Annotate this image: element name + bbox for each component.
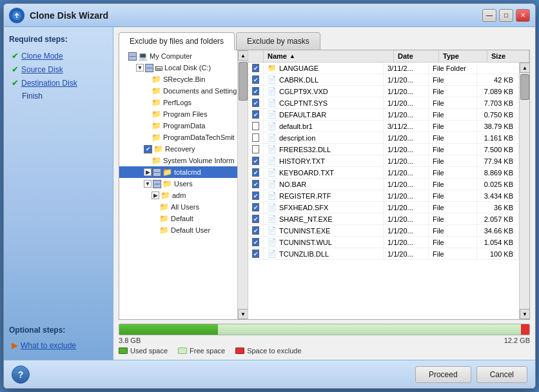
row-checkbox[interactable]: ✔ bbox=[252, 168, 259, 177]
row-check-col[interactable]: ✔ bbox=[248, 109, 264, 120]
row-check-col[interactable]: ✔ bbox=[248, 63, 264, 74]
row-checkbox[interactable]: ✔ bbox=[252, 215, 259, 223]
table-row[interactable]: ✔ 📄 SHARE_NT.EXE 1/1/20... File 2.057 KB bbox=[248, 213, 519, 225]
scroll-up-button[interactable]: ▲ bbox=[238, 50, 248, 61]
row-check-col[interactable]: ✔ bbox=[248, 190, 264, 201]
table-row[interactable]: ✔ 📄 NO.BAR 1/1/20... File 0.025 KB bbox=[248, 179, 519, 190]
date-column-header[interactable]: Date bbox=[394, 50, 439, 62]
table-row[interactable]: ✔ 📁 LANGUAGE 3/11/2... File Folder bbox=[248, 63, 519, 74]
row-checkbox[interactable]: ✔ bbox=[252, 157, 259, 165]
expand-button[interactable]: ▶ bbox=[152, 191, 159, 199]
tree-item-default[interactable]: 📁 Default bbox=[119, 213, 237, 224]
row-check-col[interactable]: ✔ bbox=[248, 74, 264, 85]
name-column-header[interactable]: Name ▲ bbox=[264, 50, 394, 62]
tree-item-local-disk-c[interactable]: ▼ — 🖴 Local Disk (C:) bbox=[119, 62, 237, 74]
tree-item-programdata-tech[interactable]: 📁 ProgramDataTechSmit bbox=[119, 132, 237, 143]
proceed-button[interactable]: Proceed bbox=[415, 366, 471, 383]
row-check-col[interactable]: ✔ bbox=[248, 167, 264, 178]
table-row[interactable]: ✔ 📄 TCUNINST.WUL 1/1/20... File 1.054 KB bbox=[248, 237, 519, 248]
row-check-col[interactable]: ✔ bbox=[248, 86, 264, 97]
row-checkbox[interactable]: ✔ bbox=[252, 64, 259, 72]
tree-item-srecycle[interactable]: 📁 SRecycle.Bin bbox=[119, 74, 237, 85]
table-row[interactable]: ✔ 📄 DEFAULT.BAR 1/1/20... File 0.750 KB bbox=[248, 109, 519, 121]
minimize-button[interactable]: — bbox=[482, 9, 496, 22]
row-checkbox[interactable]: ✔ bbox=[252, 110, 259, 119]
row-check-col[interactable] bbox=[248, 144, 264, 155]
clone-mode-link[interactable]: Clone Mode bbox=[21, 52, 63, 61]
row-checkbox[interactable]: ✔ bbox=[252, 226, 259, 235]
sidebar-item-clone-mode[interactable]: ✔ Clone Mode bbox=[9, 49, 108, 63]
tree-item-program-files[interactable]: 📁 Program Files bbox=[119, 108, 237, 120]
source-disk-link[interactable]: Source Disk bbox=[21, 65, 63, 74]
row-check-col[interactable]: ✔ bbox=[248, 179, 264, 190]
tree-item-docs[interactable]: 📁 Documents and Setting bbox=[119, 85, 237, 97]
tree-item-system-volume[interactable]: 📁 System Volume Inform bbox=[119, 155, 237, 166]
cancel-button[interactable]: Cancel bbox=[476, 366, 527, 383]
row-checkbox[interactable]: ✔ bbox=[252, 99, 259, 107]
tree-checkbox[interactable]: — bbox=[145, 64, 153, 72]
tree-item-default-user[interactable]: 📁 Default User bbox=[119, 224, 237, 236]
table-row[interactable]: ✔ 📄 KEYBOARD.TXT 1/1/20... File 8.869 KB bbox=[248, 167, 519, 179]
tree-checkbox[interactable]: ✔ bbox=[144, 145, 152, 153]
tree-item-perflogs[interactable]: 📁 PerfLogs bbox=[119, 97, 237, 108]
table-row[interactable]: 📄 default.br1 3/11/2... File 38.79 KB bbox=[248, 121, 519, 132]
row-check-col[interactable]: ✔ bbox=[248, 248, 264, 259]
scrollbar-thumb[interactable] bbox=[520, 74, 529, 100]
scrollbar-track[interactable] bbox=[238, 61, 248, 309]
expand-button[interactable]: ▼ bbox=[136, 64, 144, 72]
tree-checkbox[interactable]: — bbox=[153, 168, 161, 177]
scroll-down-button[interactable]: ▼ bbox=[520, 309, 529, 319]
sidebar-item-what-to-exclude[interactable]: ▶ What to exclude bbox=[9, 338, 108, 352]
row-checkbox[interactable]: ✔ bbox=[252, 203, 259, 211]
scroll-up-button[interactable]: ▲ bbox=[520, 63, 529, 73]
row-checkbox[interactable]: ✔ bbox=[252, 238, 259, 246]
row-check-col[interactable]: ✔ bbox=[248, 213, 264, 224]
sidebar-item-source-disk[interactable]: ✔ Source Disk bbox=[9, 63, 108, 76]
tree-item-totalcmd[interactable]: ▶ — 📁 totalcmd bbox=[119, 166, 237, 178]
what-to-exclude-link[interactable]: What to exclude bbox=[21, 341, 76, 350]
sidebar-item-destination-disk[interactable]: ✔ Destination Disk bbox=[9, 76, 108, 90]
row-checkbox[interactable] bbox=[252, 122, 259, 130]
table-row[interactable]: ✔ 📄 CGLPT9X.VXD 1/1/20... File 7.089 KB bbox=[248, 86, 519, 97]
help-button[interactable]: ? bbox=[12, 366, 30, 384]
close-button[interactable]: ✕ bbox=[516, 9, 530, 22]
size-column-header[interactable]: Size bbox=[487, 50, 529, 62]
tab-files-folders[interactable]: Exclude by files and folders bbox=[119, 32, 235, 50]
row-check-col[interactable]: ✔ bbox=[248, 237, 264, 248]
tree-checkbox[interactable]: — bbox=[128, 52, 137, 61]
row-check-col[interactable]: ✔ bbox=[248, 155, 264, 166]
row-checkbox[interactable]: ✔ bbox=[252, 191, 259, 200]
row-checkbox[interactable]: ✔ bbox=[252, 250, 259, 258]
destination-disk-link[interactable]: Destination Disk bbox=[21, 79, 77, 88]
file-list-scrollbar[interactable]: ▲ ▼ bbox=[519, 63, 529, 319]
row-checkbox[interactable]: ✔ bbox=[252, 75, 259, 84]
tree-item-all-users[interactable]: 📁 All Users bbox=[119, 201, 237, 213]
row-check-col[interactable] bbox=[248, 121, 264, 132]
row-checkbox[interactable]: ✔ bbox=[252, 87, 259, 95]
row-check-col[interactable]: ✔ bbox=[248, 97, 264, 108]
scrollbar-thumb[interactable] bbox=[239, 62, 248, 101]
tree-item-recovery[interactable]: ✔ 📁 Recovery bbox=[119, 143, 237, 155]
row-checkbox[interactable]: ✔ bbox=[252, 180, 259, 188]
tree-item-users[interactable]: ▼ — 📁 Users bbox=[119, 178, 237, 190]
table-row[interactable]: ✔ 📄 CGLPTNT.SYS 1/1/20... File 7.703 KB bbox=[248, 97, 519, 109]
table-row[interactable]: 📄 descript.ion 1/1/20... File 1.161 KB bbox=[248, 132, 519, 144]
expand-button[interactable]: ▶ bbox=[144, 168, 152, 176]
scrollbar-track[interactable] bbox=[520, 73, 529, 309]
row-check-col[interactable] bbox=[248, 132, 264, 143]
tab-masks[interactable]: Exclude by masks bbox=[236, 32, 320, 50]
table-row[interactable]: ✔ 📄 SFXHEAD.SFX 1/1/20... File 36 KB bbox=[248, 202, 519, 213]
row-check-col[interactable]: ✔ bbox=[248, 225, 264, 236]
tree-item-programdata[interactable]: 📁 ProgramData bbox=[119, 120, 237, 132]
scroll-down-button[interactable]: ▼ bbox=[238, 309, 248, 319]
tree-checkbox[interactable]: — bbox=[153, 180, 161, 188]
row-checkbox[interactable] bbox=[252, 145, 259, 153]
row-checkbox[interactable] bbox=[252, 133, 259, 142]
tree-item-my-computer[interactable]: — 💻 My Computer bbox=[119, 50, 237, 62]
tree-scrollbar[interactable]: ▲ ▼ bbox=[237, 50, 248, 319]
type-column-header[interactable]: Type bbox=[439, 50, 487, 62]
table-row[interactable]: ✔ 📄 TCUNINST.EXE 1/1/20... File 34.66 KB bbox=[248, 225, 519, 237]
table-row[interactable]: ✔ 📄 TCUNZLIB.DLL 1/1/20... File 100 KB bbox=[248, 248, 519, 260]
table-row[interactable]: ✔ 📄 REGISTER.RTF 1/1/20... File 3.434 KB bbox=[248, 190, 519, 202]
table-row[interactable]: ✔ 📄 HISTORY.TXT 1/1/20... File 77.94 KB bbox=[248, 155, 519, 167]
